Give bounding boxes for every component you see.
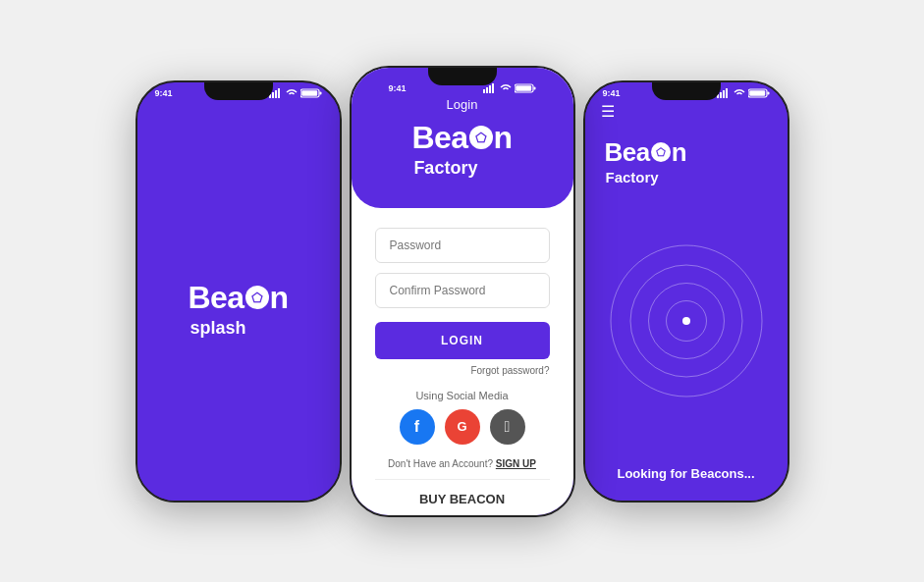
bluetooth-icon-login: ⬠ bbox=[469, 126, 493, 149]
svg-rect-3 bbox=[278, 88, 280, 98]
svg-rect-20 bbox=[749, 90, 765, 96]
battery-icon-right bbox=[748, 88, 770, 98]
social-label: Using Social Media bbox=[415, 390, 508, 401]
svg-rect-13 bbox=[516, 85, 531, 91]
status-icons-left bbox=[269, 88, 322, 98]
time-left: 9:41 bbox=[155, 88, 173, 98]
phone-looking: 9:41 ☰ Bea ⬠ n bbox=[583, 80, 789, 503]
status-icons-right bbox=[717, 88, 770, 98]
signup-text: Don't Have an Account? SIGN UP bbox=[375, 458, 550, 469]
svg-rect-5 bbox=[319, 91, 321, 94]
svg-rect-1 bbox=[272, 92, 274, 98]
bt-symbol-splash: ⬠ bbox=[251, 291, 262, 304]
looking-logo-area: Bea ⬠ n Factory bbox=[585, 128, 788, 185]
bt-symbol-looking: ⬠ bbox=[656, 147, 666, 158]
confirm-password-input[interactable] bbox=[375, 273, 550, 308]
buy-beacon-button[interactable]: BUY BEACON bbox=[375, 479, 550, 517]
time-center: 9:41 bbox=[389, 83, 407, 93]
svg-rect-2 bbox=[275, 90, 277, 98]
bt-symbol-login: ⬠ bbox=[475, 132, 486, 144]
looking-logo: Bea ⬠ n Factory bbox=[605, 137, 768, 185]
signup-prompt: Don't Have an Account? bbox=[388, 458, 496, 469]
svg-rect-10 bbox=[492, 83, 494, 93]
signup-link[interactable]: SIGN UP bbox=[496, 458, 536, 469]
looking-n-text: n bbox=[672, 137, 686, 168]
svg-rect-16 bbox=[723, 90, 725, 98]
time-right: 9:41 bbox=[603, 88, 621, 98]
google-button[interactable]: G bbox=[445, 409, 480, 445]
radar-area bbox=[585, 185, 788, 456]
bluetooth-icon-splash: ⬠ bbox=[245, 286, 269, 309]
wifi-icon-right bbox=[734, 88, 745, 98]
looking-logo-text: Bea ⬠ n bbox=[605, 137, 687, 168]
apple-button[interactable]:  bbox=[490, 409, 525, 445]
login-n-text: n bbox=[494, 120, 513, 156]
login-factory-text: Factory bbox=[411, 158, 477, 179]
svg-rect-12 bbox=[533, 86, 535, 89]
notch-right bbox=[652, 82, 721, 100]
splash-n-text: n bbox=[270, 280, 289, 316]
forgot-password-text[interactable]: Forgot password? bbox=[375, 365, 550, 376]
looking-header: ☰ bbox=[585, 100, 788, 128]
login-screen: 9:41 Login Bea ⬠ n bbox=[352, 68, 573, 515]
wifi-icon-center bbox=[500, 83, 512, 93]
svg-rect-7 bbox=[483, 89, 485, 93]
notch-left bbox=[204, 82, 273, 100]
facebook-button[interactable]: f bbox=[400, 409, 435, 445]
battery-icon-center bbox=[515, 83, 536, 93]
social-section: Using Social Media f G  bbox=[375, 390, 550, 445]
splash-factory-text: splash bbox=[188, 318, 245, 339]
status-icons-center bbox=[483, 83, 536, 93]
notch-center bbox=[428, 68, 497, 85]
svg-rect-9 bbox=[489, 85, 491, 93]
looking-factory-text: Factory bbox=[605, 169, 659, 185]
phone-splash: 9:41 Bea ⬠ n splash bbox=[136, 80, 342, 503]
battery-icon-left bbox=[300, 88, 322, 98]
looking-screen: 9:41 ☰ Bea ⬠ n bbox=[585, 82, 788, 501]
radar-circles bbox=[608, 242, 765, 399]
login-header: 9:41 Login Bea ⬠ n bbox=[352, 68, 573, 208]
svg-rect-15 bbox=[720, 92, 722, 98]
login-body: LOGIN Forgot password? Using Social Medi… bbox=[352, 208, 573, 517]
splash-screen: Bea ⬠ n splash bbox=[137, 100, 340, 503]
login-button[interactable]: LOGIN bbox=[375, 322, 550, 359]
looking-beacon-text: Bea bbox=[605, 137, 650, 168]
wifi-icon-left bbox=[286, 88, 298, 98]
radar-dot bbox=[682, 317, 690, 325]
splash-logo: Bea ⬠ n splash bbox=[188, 280, 288, 339]
bluetooth-icon-looking: ⬠ bbox=[651, 142, 671, 162]
svg-rect-6 bbox=[301, 90, 317, 96]
login-logo-text: Bea ⬠ n bbox=[411, 120, 512, 156]
splash-beacon-text: Bea bbox=[188, 280, 244, 316]
splash-logo-text: Bea ⬠ n bbox=[188, 280, 288, 316]
phone-login: 9:41 Login Bea ⬠ n bbox=[350, 66, 575, 517]
svg-rect-8 bbox=[486, 87, 488, 93]
social-icons: f G  bbox=[400, 409, 525, 445]
password-input[interactable] bbox=[375, 228, 550, 263]
login-title: Login bbox=[447, 97, 478, 112]
login-beacon-text: Bea bbox=[411, 120, 467, 156]
looking-for-beacons-text: Looking for Beacons... bbox=[585, 456, 788, 501]
hamburger-icon[interactable]: ☰ bbox=[601, 104, 772, 120]
svg-rect-17 bbox=[726, 88, 728, 98]
login-logo: Bea ⬠ n Factory bbox=[411, 120, 512, 179]
svg-rect-19 bbox=[767, 91, 769, 94]
phones-container: 9:41 Bea ⬠ n splash bbox=[116, 61, 809, 522]
